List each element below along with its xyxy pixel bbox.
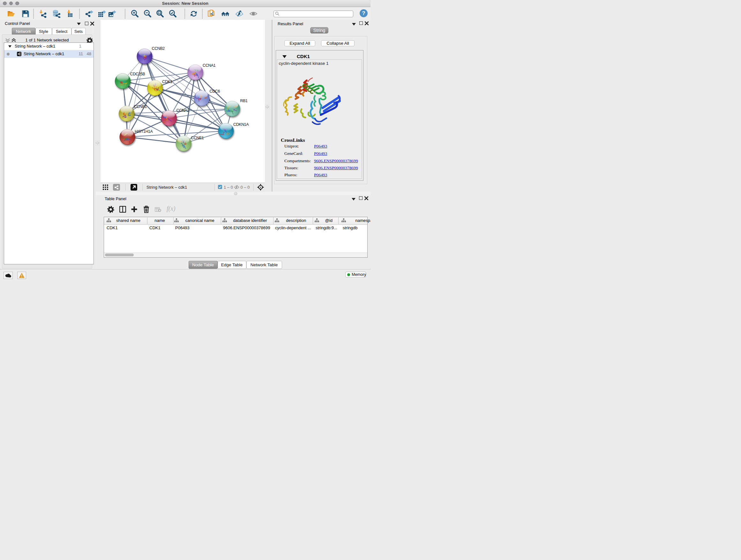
svg-text:CDC25B: CDC25B	[130, 72, 145, 76]
svg-text:CCNA2: CCNA2	[176, 108, 189, 113]
svg-text:CDC6: CDC6	[209, 89, 220, 94]
svg-text:CCNE1: CCNE1	[191, 136, 204, 140]
svg-text:CCNB2: CCNB2	[151, 46, 165, 51]
svg-text:CDKN1A: CDKN1A	[233, 122, 249, 127]
svg-text:CDK1: CDK1	[162, 79, 172, 84]
svg-text:HIST1H1A: HIST1H1A	[135, 129, 153, 134]
svg-text:CCNA1: CCNA1	[203, 63, 216, 68]
svg-text:CCNB1: CCNB1	[134, 105, 147, 109]
svg-text:RB1: RB1	[240, 99, 248, 103]
